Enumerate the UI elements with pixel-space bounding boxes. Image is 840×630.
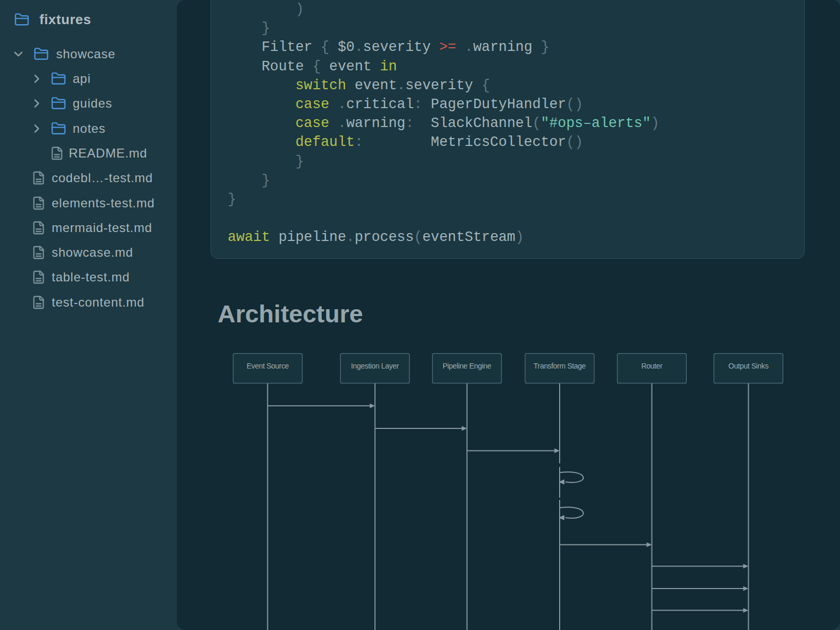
svg-text:Ingestion Layer: Ingestion Layer — [351, 362, 400, 370]
svg-text:Pipeline Engine: Pipeline Engine — [443, 362, 491, 370]
svg-text:Output Sinks: Output Sinks — [728, 362, 769, 370]
svg-text:Event Source: Event Source — [247, 362, 289, 370]
svg-text:Router: Router — [642, 362, 663, 370]
svg-text:Transform Stage: Transform Stage — [533, 362, 586, 370]
